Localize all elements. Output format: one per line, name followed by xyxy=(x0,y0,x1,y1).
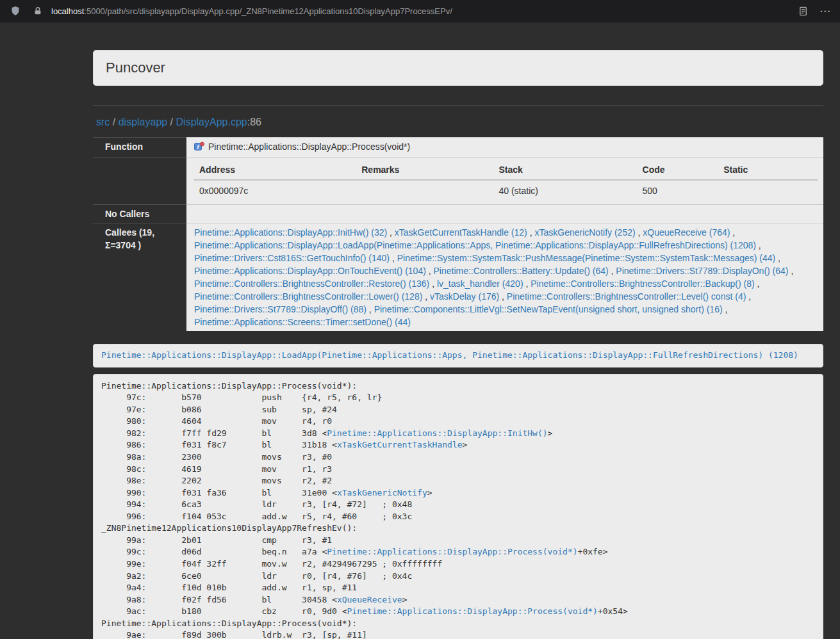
callee-link[interactable]: Pinetime::System::SystemTask::PushMessag… xyxy=(397,253,776,263)
breadcrumb-link[interactable]: displayapp xyxy=(119,117,168,127)
address-value: 0x0000097c xyxy=(194,180,356,202)
breadcrumb-link[interactable]: src xyxy=(96,117,110,127)
symbol-link[interactable]: xQueueReceive xyxy=(337,595,402,604)
callee-link[interactable]: lv_task_handler (420) xyxy=(437,279,523,289)
callee-link[interactable]: Pinetime::Applications::DisplayApp::OnTo… xyxy=(194,266,426,276)
breadcrumb-link[interactable]: DisplayApp.cpp xyxy=(176,117,247,127)
callee-link[interactable]: xQueueReceive (764) xyxy=(643,227,730,238)
callee-link[interactable]: Pinetime::Applications::Screens::Timer::… xyxy=(194,317,411,327)
breadcrumb-line-number: :86 xyxy=(247,117,261,127)
callee-link[interactable]: Pinetime::Components::LittleVgl::SetNewT… xyxy=(374,304,723,314)
loadapp-symbol-link[interactable]: Pinetime::Applications::DisplayApp::Load… xyxy=(101,350,798,360)
stats-header-row: Address Remarks Stack Code Static xyxy=(194,161,818,180)
stats-table: Address Remarks Stack Code Static 0x0000… xyxy=(194,161,818,202)
callee-link[interactable]: Pinetime::Controllers::Battery::Update()… xyxy=(434,266,609,276)
function-name: Pinetime::Applications::DisplayApp::Proc… xyxy=(208,140,410,153)
callee-link[interactable]: Pinetime::Controllers::BrightnessControl… xyxy=(194,279,429,289)
breadcrumb-separator: / xyxy=(167,117,176,127)
callee-link[interactable]: Pinetime::Applications::DisplayApp::Init… xyxy=(194,227,387,238)
breadcrumb: src / displayapp / DisplayApp.cpp:86 xyxy=(96,117,823,128)
remarks-value xyxy=(356,180,493,202)
callee-link[interactable]: Pinetime::Controllers::BrightnessControl… xyxy=(531,279,754,289)
callee-link[interactable]: xTaskGetCurrentTaskHandle (12) xyxy=(395,227,527,238)
symbol-link[interactable]: xTaskGetCurrentTaskHandle xyxy=(337,440,463,449)
callees-cell: Pinetime::Applications::DisplayApp::Init… xyxy=(186,223,823,332)
no-callers-label: No Callers xyxy=(93,205,186,223)
callees-label: Callees (19, Σ=3704 ) xyxy=(93,223,186,332)
disassembly: Pinetime::Applications::DisplayApp::Proc… xyxy=(93,374,823,639)
function-table: Function f Pinetime::Applications::Displ… xyxy=(93,137,823,331)
col-header-code: Code xyxy=(638,161,719,180)
app-header-panel: Puncover xyxy=(93,50,823,86)
shield-icon[interactable] xyxy=(8,3,23,19)
symbol-link[interactable]: Pinetime::Applications::DisplayApp::Init… xyxy=(327,428,547,438)
stats-values-row: 0x0000097c 40 (static) 500 xyxy=(194,180,818,202)
col-header-address: Address xyxy=(194,161,356,180)
col-header-stack: Stack xyxy=(494,161,638,180)
code-value: 500 xyxy=(638,180,719,202)
divider xyxy=(93,105,823,106)
breadcrumb-separator: / xyxy=(110,117,118,127)
stats-row: Address Remarks Stack Code Static 0x0000… xyxy=(93,158,823,205)
page-content: Puncover src / displayapp / DisplayApp.c… xyxy=(93,22,823,639)
empty-header-cell xyxy=(93,158,186,205)
symbol-link[interactable]: Pinetime::Applications::DisplayApp::Proc… xyxy=(347,606,598,616)
function-name-cell: f Pinetime::Applications::DisplayApp::Pr… xyxy=(186,138,823,158)
address-bar[interactable]: localhost:5000/path/src/displayapp/Displ… xyxy=(30,3,788,19)
page-title: Puncover xyxy=(106,60,811,76)
callee-link[interactable]: Pinetime::Controllers::BrightnessControl… xyxy=(507,291,746,302)
callee-link[interactable]: Pinetime::Controllers::BrightnessControl… xyxy=(194,291,422,302)
overflow-menu-icon[interactable]: ⋯ xyxy=(818,6,832,17)
callee-link[interactable]: vTaskDelay (176) xyxy=(430,291,499,302)
callee-link[interactable]: Pinetime::Drivers::Cst816S::GetTouchInfo… xyxy=(194,253,390,263)
callee-link[interactable]: Pinetime::Drivers::St7789::DisplayOff() … xyxy=(194,304,366,314)
url-path: :5000/path/src/displayapp/DisplayApp.cpp… xyxy=(84,6,452,16)
lock-icon[interactable] xyxy=(30,3,45,19)
callee-link[interactable]: Pinetime::Drivers::St7789::DisplayOn() (… xyxy=(616,266,788,276)
url-text: localhost:5000/path/src/displayapp/Displ… xyxy=(51,6,452,16)
col-header-static: Static xyxy=(718,161,818,180)
symbol-link[interactable]: xTaskGenericNotify xyxy=(337,488,427,497)
function-row: Function f Pinetime::Applications::Displ… xyxy=(93,138,823,158)
stats-cell: Address Remarks Stack Code Static 0x0000… xyxy=(186,158,823,205)
stack-value: 40 (static) xyxy=(494,180,638,202)
reader-view-icon[interactable] xyxy=(795,3,811,19)
callees-row: Callees (19, Σ=3704 ) Pinetime::Applicat… xyxy=(93,223,823,332)
symbol-snippet: Pinetime::Applications::DisplayApp::Load… xyxy=(93,344,823,368)
callers-cell xyxy=(186,205,823,223)
url-host: localhost xyxy=(51,6,84,16)
callee-link[interactable]: Pinetime::Applications::DisplayApp::Load… xyxy=(194,240,756,250)
symbol-link[interactable]: Pinetime::Applications::DisplayApp::Proc… xyxy=(327,547,577,556)
callers-row: No Callers xyxy=(93,205,823,223)
function-label: Function xyxy=(93,138,186,158)
static-value xyxy=(718,180,818,202)
col-header-remarks: Remarks xyxy=(356,161,493,180)
function-icon: f xyxy=(194,142,204,152)
browser-toolbar: localhost:5000/path/src/displayapp/Displ… xyxy=(0,0,840,22)
callee-link[interactable]: xTaskGenericNotify (252) xyxy=(534,227,635,238)
